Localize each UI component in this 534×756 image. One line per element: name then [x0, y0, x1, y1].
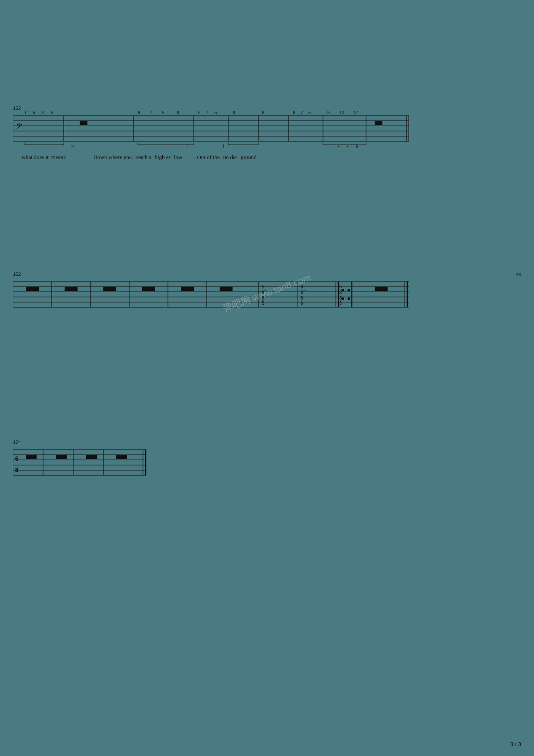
svg-rect-39 [375, 121, 382, 125]
lyric-word: reach a [135, 154, 151, 161]
svg-point-79 [348, 297, 350, 300]
svg-text:5: 5 [214, 111, 217, 115]
svg-text:8: 8 [327, 111, 330, 115]
svg-text:8: 8 [262, 111, 264, 115]
tab-staff-1: 𝄢 7 5 3 5 8 7 5 8 5 - 7 5 8 8 8 7 5 [13, 111, 409, 152]
lyric-word: mean? [51, 154, 66, 161]
svg-text:8: 8 [15, 466, 19, 473]
svg-text:7: 7 [24, 111, 27, 115]
measure-label-174: 174 [13, 440, 521, 445]
section-174: 174 6 8 [13, 440, 521, 478]
lyric-word: Out of the [197, 154, 220, 161]
svg-text:8: 8 [301, 296, 303, 300]
svg-text:3: 3 [41, 111, 44, 115]
svg-rect-87 [181, 287, 194, 291]
svg-text:5: 5 [262, 284, 264, 289]
svg-text:5: 5 [262, 301, 264, 306]
svg-rect-86 [142, 287, 155, 291]
repeat-indicator: 4x [516, 272, 521, 277]
lyric-word: low [174, 154, 183, 161]
section-162: 162 4x [13, 272, 521, 309]
measure-label-152: 152 [13, 106, 521, 111]
lyric-word: high er [155, 154, 170, 161]
svg-text:5: 5 [33, 111, 35, 115]
svg-text:8: 8 [262, 291, 264, 295]
svg-text:8: 8 [262, 296, 264, 300]
tab-staff-2: 5 8 8 5 6 8 8 6 5 8 8 5 [13, 277, 409, 309]
svg-text:i: i [187, 144, 188, 149]
svg-text:5: 5 [339, 301, 342, 306]
svg-text:8: 8 [233, 111, 235, 115]
svg-text:6: 6 [15, 455, 19, 462]
svg-rect-122 [116, 455, 127, 459]
svg-text:7: 7 [150, 111, 152, 115]
svg-text:8: 8 [339, 291, 342, 295]
section-152: 152 𝄢 [13, 106, 521, 161]
svg-text:8: 8 [339, 296, 342, 300]
svg-text:i•: i• [356, 144, 358, 149]
svg-text:8: 8 [177, 111, 179, 115]
svg-text:6: 6 [301, 284, 303, 289]
measure-label-162: 162 [13, 272, 21, 277]
lyric-word: ground [241, 154, 257, 161]
svg-text:5: 5 [339, 284, 342, 289]
svg-text:i•: i• [71, 144, 74, 149]
section2-header: 162 4x [13, 272, 521, 277]
page-number: 3 / 3 [510, 741, 521, 747]
svg-text:6: 6 [301, 301, 303, 306]
svg-rect-85 [103, 287, 116, 291]
svg-text:10: 10 [339, 111, 345, 115]
svg-text:8: 8 [293, 111, 295, 115]
svg-rect-88 [220, 287, 233, 291]
svg-text:12: 12 [353, 111, 358, 115]
svg-text:5: 5 [162, 111, 165, 115]
svg-rect-119 [26, 455, 37, 459]
svg-rect-83 [26, 287, 39, 291]
svg-text:8: 8 [138, 111, 140, 115]
svg-rect-104 [375, 287, 388, 291]
svg-text:8: 8 [301, 291, 303, 295]
svg-point-78 [348, 289, 350, 291]
svg-rect-120 [56, 455, 67, 459]
svg-text:5: 5 [308, 111, 311, 115]
tab-staff-3: 6 8 [13, 445, 146, 478]
svg-text:i: i [223, 144, 224, 149]
svg-text:5: 5 [198, 111, 201, 115]
svg-text:·: · [255, 144, 257, 149]
svg-text:7: 7 [301, 111, 303, 115]
svg-text:-: - [202, 111, 204, 115]
svg-rect-22 [80, 121, 87, 125]
lyric-word: Down where you [93, 154, 132, 161]
lyric-word: what does it [22, 154, 49, 161]
lyrics-row-1: what does it mean? Down where you reach … [13, 154, 521, 161]
svg-text:•: • [347, 144, 348, 149]
svg-point-77 [342, 297, 344, 300]
svg-text:•: • [338, 144, 339, 149]
svg-text:5: 5 [51, 111, 53, 115]
lyric-word: un der [223, 154, 237, 161]
svg-text:7: 7 [206, 111, 208, 115]
svg-rect-121 [86, 455, 97, 459]
svg-rect-84 [65, 287, 78, 291]
